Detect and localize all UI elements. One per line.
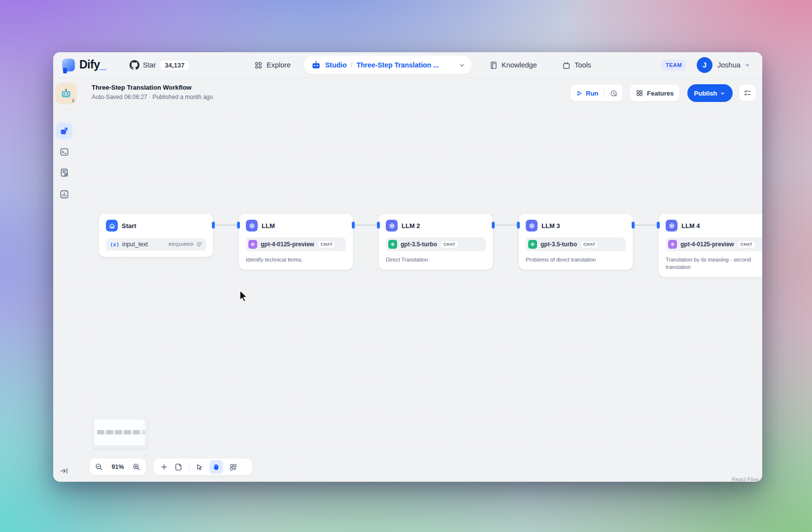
source-handle[interactable] [632,222,635,229]
workflow-canvas[interactable] [53,78,762,482]
node-description: Problems of direct translation [526,256,626,264]
source-handle[interactable] [212,222,215,229]
breadcrumb-app-name[interactable]: Three-Step Translation ... [356,61,439,69]
home-icon [106,220,118,232]
workflow-title: Three-Step Translation Workflow [92,84,192,91]
features-button[interactable]: Features [630,85,679,101]
publish-button[interactable]: Publish [687,84,733,102]
breadcrumb-studio[interactable]: Studio [325,61,347,69]
user-name: Joshua [717,61,741,69]
run-button[interactable]: Run [586,90,598,97]
zoom-level: 91% [111,464,124,470]
openai-icon [388,240,397,249]
required-badge: REQUIRED [169,242,194,247]
edge-llm3-llm4 [633,225,658,226]
target-handle[interactable] [657,222,660,229]
model-name: gpt-3.5-turbo [541,241,577,248]
source-handle[interactable] [492,222,495,229]
run-history-icon[interactable] [609,89,618,98]
target-handle[interactable] [237,222,240,229]
checklist-icon [743,89,752,98]
edge-start-llm [213,225,238,226]
organize-nodes-icon[interactable] [229,463,237,471]
sidebar-item-orchestrate[interactable] [56,123,72,139]
workflow-node-llm3[interactable]: LLM 3 gpt-3.5-turbo CHAT Problems of dir… [518,213,633,270]
openai-icon [668,240,677,249]
minimap-nodes [97,430,146,434]
zoom-controls: 91% [90,459,146,475]
checklist-button[interactable] [739,85,756,101]
model-mode-badge: CHAT [318,240,336,248]
target-handle[interactable] [517,222,520,229]
model-selector: gpt-3.5-turbo CHAT [386,237,486,251]
paragraph-icon [197,242,202,247]
workflow-node-llm4[interactable]: LLM 4 gpt-4-0125-preview CHAT Translatio… [658,213,762,277]
divider [604,89,604,97]
variable-x-icon: (x) [110,241,119,247]
zoom-out-icon[interactable] [95,463,103,471]
tools-icon [562,61,571,70]
pointer-mode-icon[interactable] [195,463,203,471]
github-star[interactable]: Star 34,137 [130,52,190,78]
sidebar-item-logs[interactable] [58,166,70,178]
nav-knowledge[interactable]: Knowledge [489,52,537,78]
knowledge-label: Knowledge [502,61,537,69]
chevron-down-icon [719,90,726,97]
llm-icon [526,220,538,232]
publish-label: Publish [694,90,717,97]
explore-label: Explore [267,61,291,69]
node-description: Direct Translation [386,256,486,264]
node-title: Start [122,222,136,230]
explore-icon [254,61,263,70]
add-note-icon[interactable] [174,463,183,471]
app-icon[interactable]: z [55,83,77,104]
model-name: gpt-3.5-turbo [401,241,437,248]
chevron-down-icon[interactable] [458,62,466,69]
minimap[interactable] [93,416,148,449]
model-mode-badge: CHAT [440,240,458,248]
node-description: Translation by its meaning - second tran… [666,256,762,271]
studio-breadcrumb[interactable]: Studio / Three-Step Translation ... [304,56,472,74]
zoom-in-icon[interactable] [132,463,141,471]
nav-explore[interactable]: Explore [254,52,291,78]
chevron-down-icon [744,62,751,68]
sleep-z-glyph: z [72,98,74,103]
node-title: LLM 3 [541,222,560,230]
nav-tools[interactable]: Tools [562,52,591,78]
model-name: gpt-4-0125-preview [261,241,314,248]
desktop-background: { "colors": { "accent": "#155eef", "star… [0,0,812,532]
sidebar-item-statistics[interactable] [58,188,70,200]
workflow-node-llm2[interactable]: LLM 2 gpt-3.5-turbo CHAT Direct Translat… [378,213,493,270]
start-variable-row: (x) input_text REQUIRED [106,238,206,251]
node-title: LLM 2 [402,222,420,230]
edge-llm2-llm3 [493,225,518,226]
sidebar-item-terminal[interactable] [58,146,70,158]
mouse-cursor [238,290,250,302]
app-window: Dify_ Star 34,137 Explore Studio / Three… [53,52,762,482]
workflow-node-llm[interactable]: LLM gpt-4-0125-preview CHAT Identify tec… [238,213,353,270]
star-count: 34,137 [160,60,190,71]
run-button-group: Run [571,85,623,101]
collapse-sidebar-icon[interactable] [58,465,70,477]
workflow-header: z Three-Step Translation Workflow Auto-S… [53,78,762,108]
team-badge: TEAM [662,60,686,70]
edge-llm-llm2 [353,225,378,226]
target-handle[interactable] [377,222,380,229]
star-label: Star [143,61,156,69]
divider [189,463,189,471]
tools-label: Tools [575,61,591,69]
play-icon[interactable] [575,90,583,97]
workflow-node-start[interactable]: Start (x) input_text REQUIRED [99,213,213,257]
avatar[interactable]: J [697,57,712,73]
node-description: Identify technical terms. [246,256,346,264]
openai-icon [528,240,537,249]
hand-mode-active[interactable] [209,460,223,474]
variable-name: input_text [122,241,166,248]
node-title: LLM 4 [681,222,700,230]
features-grid-icon [636,89,643,97]
add-node-icon[interactable] [160,463,168,471]
source-handle[interactable] [352,222,355,229]
user-menu[interactable]: Joshua [717,52,751,78]
studio-robot-icon [311,60,321,70]
llm-icon [386,220,398,232]
